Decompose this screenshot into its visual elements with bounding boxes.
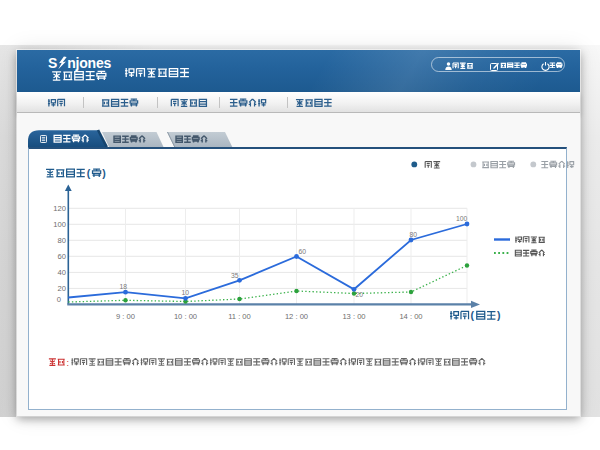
svg-text:14 : 00: 14 : 00 — [399, 312, 422, 321]
svg-text:): ) — [102, 167, 106, 179]
svg-text:40: 40 — [58, 268, 66, 277]
svg-text:9 : 00: 9 : 00 — [116, 312, 135, 321]
svg-text:100: 100 — [456, 215, 468, 222]
svg-text:10: 10 — [182, 289, 190, 296]
svg-text:20: 20 — [356, 291, 364, 298]
svg-text:100: 100 — [53, 220, 66, 229]
svg-text:60: 60 — [58, 252, 66, 261]
svg-text:11 : 00: 11 : 00 — [228, 312, 251, 321]
svg-text:80: 80 — [58, 236, 66, 245]
svg-text:60: 60 — [299, 248, 307, 255]
svg-text:80: 80 — [410, 231, 418, 238]
svg-text:(: ( — [471, 309, 475, 321]
svg-text:): ) — [497, 309, 501, 321]
svg-text:(: ( — [87, 167, 91, 179]
svg-text:20: 20 — [58, 284, 66, 293]
svg-text:120: 120 — [53, 204, 66, 213]
svg-text:10 : 00: 10 : 00 — [174, 312, 197, 321]
svg-text:13 : 00: 13 : 00 — [342, 312, 365, 321]
svg-text:18: 18 — [120, 283, 128, 290]
svg-text::: : — [67, 358, 70, 368]
svg-text:12 : 00: 12 : 00 — [285, 312, 308, 321]
svg-text:0: 0 — [57, 295, 61, 304]
svg-text:35: 35 — [231, 272, 239, 279]
